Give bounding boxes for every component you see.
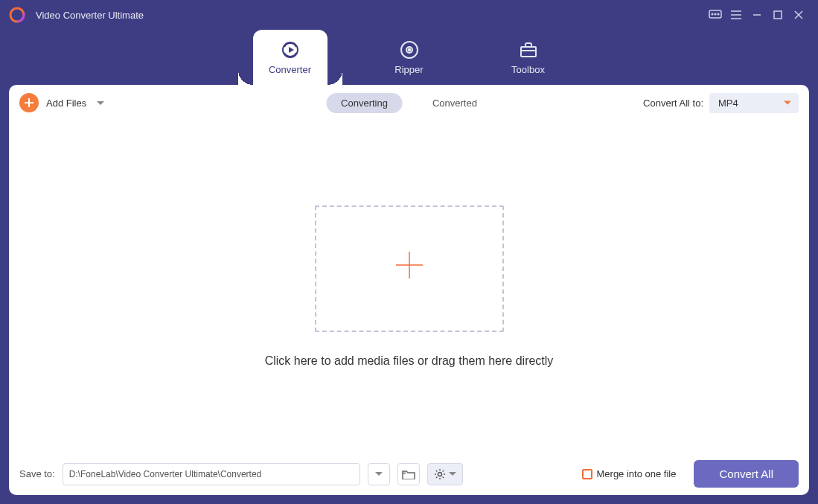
feedback-icon[interactable] <box>705 4 726 25</box>
settings-button[interactable] <box>427 463 463 485</box>
svg-point-24 <box>438 472 441 476</box>
dropzone-hint: Click here to add media files or drag th… <box>265 354 554 368</box>
close-icon[interactable] <box>788 4 809 25</box>
add-files-label[interactable]: Add Files <box>46 98 86 109</box>
convert-all-to-label: Convert All to: <box>643 98 703 109</box>
svg-point-5 <box>718 13 719 15</box>
ripper-icon <box>399 40 420 60</box>
subtab-converting[interactable]: Converting <box>326 93 403 113</box>
svg-point-4 <box>715 13 716 15</box>
save-path-value: D:\FoneLab\Video Converter Ultimate\Conv… <box>69 469 262 479</box>
checkbox-box-icon <box>582 469 592 479</box>
plus-icon <box>392 247 427 290</box>
titlebar: Video Converter Ultimate <box>0 0 818 30</box>
selected-format: MP4 <box>718 98 738 109</box>
maximize-icon[interactable] <box>767 4 788 25</box>
add-files-dropdown-icon[interactable] <box>97 101 104 105</box>
chevron-down-icon <box>449 472 456 476</box>
tab-label: Converter <box>269 64 311 75</box>
merge-label: Merge into one file <box>597 468 677 479</box>
save-to-label: Save to: <box>19 468 55 479</box>
svg-rect-10 <box>774 11 782 19</box>
app-logo-icon <box>9 7 25 23</box>
save-path-field[interactable]: D:\FoneLab\Video Converter Ultimate\Conv… <box>63 463 360 485</box>
tab-toolbox[interactable]: Toolbox <box>491 30 566 85</box>
menu-icon[interactable] <box>726 4 747 25</box>
add-files-button[interactable] <box>19 93 39 112</box>
tab-label: Ripper <box>394 64 423 75</box>
bottom-bar: Save to: D:\FoneLab\Video Converter Ulti… <box>9 452 809 495</box>
svg-point-17 <box>408 48 410 51</box>
dropzone-area: Click here to add media files or drag th… <box>9 121 809 452</box>
chevron-down-icon <box>375 472 383 476</box>
main-nav: Converter Ripper Toolbox <box>0 30 818 85</box>
tab-ripper[interactable]: Ripper <box>372 30 447 85</box>
add-media-dropzone[interactable] <box>315 205 504 332</box>
minimize-icon[interactable] <box>747 4 767 25</box>
output-format-select[interactable]: MP4 <box>709 93 799 113</box>
main-panel: Add Files Converting Converted Convert A… <box>9 85 809 495</box>
merge-checkbox[interactable]: Merge into one file <box>582 468 677 479</box>
save-path-dropdown[interactable] <box>368 463 390 485</box>
panel-toolbar: Add Files Converting Converted Convert A… <box>9 85 809 121</box>
app-title: Video Converter Ultimate <box>36 10 144 21</box>
tab-label: Toolbox <box>511 64 545 75</box>
tab-converter[interactable]: Converter <box>253 30 327 85</box>
folder-icon <box>402 469 415 479</box>
converter-icon <box>280 40 301 60</box>
svg-point-3 <box>712 13 713 15</box>
subtab-converted[interactable]: Converted <box>418 93 492 113</box>
svg-rect-18 <box>521 47 536 57</box>
open-folder-button[interactable] <box>397 463 420 485</box>
gear-icon <box>434 468 446 480</box>
toolbox-icon <box>518 40 539 60</box>
chevron-down-icon <box>784 101 791 105</box>
convert-all-button[interactable]: Convert All <box>694 460 799 488</box>
svg-marker-14 <box>289 47 294 53</box>
